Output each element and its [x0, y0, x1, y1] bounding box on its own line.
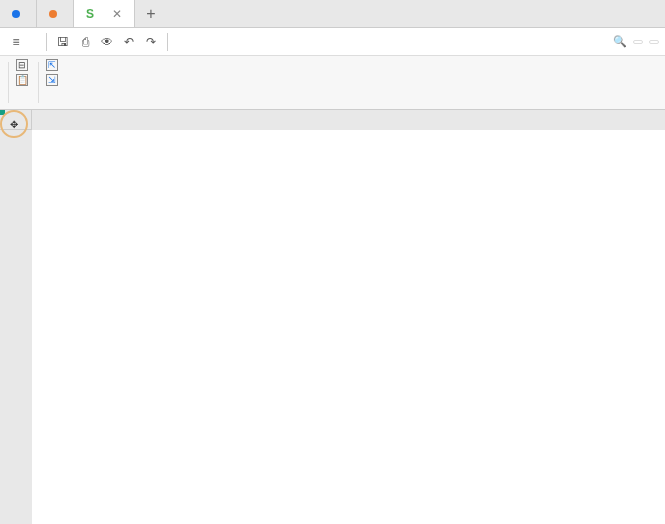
- ribbon: ⊟ 📋 ⇱ ⇲: [0, 56, 665, 110]
- column-headers[interactable]: [32, 110, 665, 130]
- command-search[interactable]: [633, 40, 643, 44]
- title-tab-home[interactable]: [0, 0, 37, 27]
- cell-grid[interactable]: [32, 130, 665, 524]
- row-headers[interactable]: [0, 130, 32, 524]
- paste-button[interactable]: 📋: [13, 73, 34, 87]
- hamburger-icon[interactable]: ≡: [6, 32, 26, 52]
- trace-precedents-button[interactable]: ⇱: [43, 58, 64, 72]
- assign-button[interactable]: ⊟: [13, 58, 34, 72]
- trace-dependents-button[interactable]: ⇲: [43, 73, 64, 87]
- select-all-corner[interactable]: [0, 110, 32, 130]
- separator: [167, 33, 168, 51]
- title-tab-workbook[interactable]: S ✕: [74, 0, 135, 27]
- title-tab-docker[interactable]: [37, 0, 74, 27]
- save-icon[interactable]: 🖫: [53, 32, 73, 52]
- spreadsheet-area[interactable]: [0, 110, 665, 524]
- title-tab-bar: S ✕ +: [0, 0, 665, 28]
- separator: [8, 62, 9, 103]
- search-icon: 🔍: [613, 35, 627, 48]
- redo-icon[interactable]: ↷: [141, 32, 161, 52]
- separator: [38, 62, 39, 103]
- tab-dot-icon: [12, 10, 20, 18]
- undo-icon[interactable]: ↶: [119, 32, 139, 52]
- separator: [46, 33, 47, 51]
- tab-dot-icon: [49, 10, 57, 18]
- excel-icon: S: [86, 7, 94, 21]
- ribbon-trace-group: ⇱ ⇲: [43, 58, 64, 107]
- menu-bar: ≡ 🖫 ⎙ 👁 ↶ ↷ 🔍: [0, 28, 665, 56]
- preview-icon[interactable]: 👁: [97, 32, 117, 52]
- ribbon-name-group: ⊟ 📋: [13, 58, 34, 107]
- print-icon[interactable]: ⎙: [75, 32, 95, 52]
- template-search[interactable]: [649, 40, 659, 44]
- add-tab-button[interactable]: +: [135, 0, 167, 27]
- close-icon[interactable]: ✕: [112, 7, 122, 21]
